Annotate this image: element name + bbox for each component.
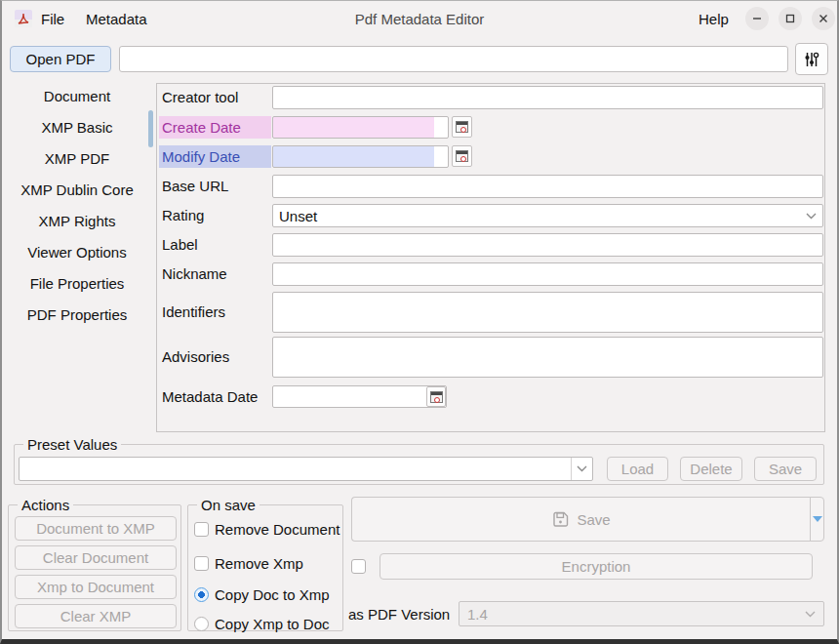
actions-legend: Actions	[18, 496, 73, 514]
copy-doc-to-xmp-label: Copy Doc to Xmp	[215, 586, 330, 603]
preset-load-button[interactable]: Load	[607, 457, 668, 481]
creator-tool-label: Creator tool	[162, 86, 238, 109]
on-save-group: On save Remove Document Remove Xmp Copy …	[187, 504, 343, 631]
create-date-calendar-button[interactable]	[452, 116, 472, 138]
create-date-label: Create Date	[159, 116, 271, 139]
create-date-field[interactable]	[272, 116, 449, 139]
preset-delete-button[interactable]: Delete	[680, 457, 742, 481]
save-button[interactable]: Save	[351, 497, 811, 542]
advisories-label: Advisories	[162, 337, 229, 378]
actions-group: Actions Document to XMP Clear Document X…	[8, 504, 181, 631]
chevron-down-icon	[805, 611, 816, 618]
sidebar-item-document[interactable]: Document	[0, 83, 154, 110]
maximize-icon	[784, 13, 796, 24]
base-url-label: Base URL	[162, 175, 228, 198]
copy-xmp-to-doc-radio[interactable]	[194, 617, 209, 631]
copy-doc-to-xmp-radio[interactable]	[194, 587, 209, 602]
remove-document-label: Remove Document	[215, 521, 340, 538]
nickname-field[interactable]	[272, 262, 823, 286]
encryption-button[interactable]: Encryption	[380, 553, 813, 580]
calendar-icon	[430, 391, 443, 403]
menu-file[interactable]: File	[41, 9, 64, 29]
calendar-icon	[456, 150, 468, 162]
titlebar: File Metadata Pdf Metadata Editor Help	[2, 1, 837, 38]
open-pdf-button[interactable]: Open PDF	[10, 46, 111, 72]
save-options-dropdown-button[interactable]	[810, 497, 824, 542]
sidebar-item-xmp-pdf[interactable]: XMP PDF	[0, 145, 154, 173]
save-button-label: Save	[577, 511, 610, 528]
remove-document-checkbox[interactable]	[194, 522, 209, 537]
sidebar-item-pdf-properties[interactable]: PDF Properties	[0, 302, 154, 329]
maximize-button[interactable]	[779, 7, 802, 30]
metadata-date-field[interactable]	[272, 385, 447, 408]
modify-date-calendar-button[interactable]	[452, 145, 472, 167]
clear-xmp-button[interactable]: Clear XMP	[15, 604, 177, 628]
sidebar-item-xmp-rights[interactable]: XMP Rights	[0, 208, 154, 235]
metadata-date-label: Metadata Date	[162, 385, 258, 408]
menu-help[interactable]: Help	[699, 9, 729, 29]
sidebar-selection-indicator	[148, 110, 153, 147]
file-path-field[interactable]	[119, 46, 788, 72]
preset-values-group: Preset Values Load Delete Save	[14, 444, 824, 485]
advisories-textarea[interactable]	[272, 337, 823, 378]
preset-combo[interactable]	[19, 457, 593, 481]
menu-metadata[interactable]: Metadata	[86, 9, 147, 29]
sidebar-item-viewer-options[interactable]: Viewer Options	[0, 239, 154, 266]
metadata-date-calendar-button[interactable]	[426, 386, 446, 407]
on-save-legend: On save	[197, 496, 260, 514]
remove-document-option: Remove Document	[194, 519, 340, 539]
copy-doc-to-xmp-option: Copy Doc to Xmp	[194, 584, 330, 604]
label-field[interactable]	[272, 233, 823, 257]
preset-combo-value	[20, 458, 571, 480]
pdf-version-select[interactable]: 1.4	[459, 601, 824, 626]
minimize-icon	[751, 13, 763, 24]
rating-value: Unset	[279, 208, 317, 224]
rating-label: Rating	[162, 204, 204, 227]
sidebar-item-xmp-dublin-core[interactable]: XMP Dublin Core	[0, 177, 154, 204]
modify-date-field[interactable]	[272, 145, 449, 168]
pdf-version-label: as PDF Version	[348, 602, 450, 626]
base-url-field[interactable]	[272, 175, 823, 198]
xmp-basic-panel: Creator tool Create Date Modify Date Bas…	[156, 83, 825, 432]
preset-values-legend: Preset Values	[23, 435, 121, 454]
encryption-checkbox[interactable]	[351, 559, 366, 574]
chevron-down-icon	[806, 213, 817, 220]
pdf-version-value: 1.4	[467, 606, 488, 623]
copy-xmp-to-doc-label: Copy Xmp to Doc	[215, 616, 330, 632]
creator-tool-field[interactable]	[272, 86, 823, 109]
copy-xmp-to-doc-option: Copy Xmp to Doc	[194, 614, 330, 633]
triangle-down-icon	[813, 516, 822, 522]
clear-document-button[interactable]: Clear Document	[15, 545, 177, 570]
modify-date-label: Modify Date	[159, 145, 271, 168]
preset-combo-dropdown-button[interactable]	[571, 458, 592, 480]
remove-xmp-label: Remove Xmp	[215, 555, 303, 572]
save-floppy-icon	[552, 511, 569, 528]
preset-save-button[interactable]: Save	[754, 457, 817, 481]
nickname-label: Nickname	[162, 262, 227, 286]
remove-xmp-option: Remove Xmp	[194, 553, 303, 573]
close-button[interactable]	[812, 7, 835, 30]
identifiers-label: Identifiers	[162, 292, 225, 333]
document-to-xmp-button[interactable]: Document to XMP	[15, 516, 177, 541]
app-icon	[15, 10, 32, 27]
minimize-button[interactable]	[745, 7, 769, 30]
sliders-icon	[803, 51, 820, 68]
label-label: Label	[162, 233, 198, 257]
calendar-icon	[456, 121, 468, 133]
identifiers-textarea[interactable]	[272, 292, 823, 333]
settings-filter-button[interactable]	[795, 43, 828, 75]
sidebar-item-xmp-basic[interactable]: XMP Basic	[0, 114, 154, 141]
sidebar-item-file-properties[interactable]: File Properties	[0, 270, 154, 298]
close-icon	[818, 13, 829, 24]
chevron-down-icon	[577, 465, 587, 472]
xmp-to-document-button[interactable]: Xmp to Document	[15, 575, 177, 599]
rating-select[interactable]: Unset	[272, 204, 823, 227]
remove-xmp-checkbox[interactable]	[194, 556, 209, 571]
